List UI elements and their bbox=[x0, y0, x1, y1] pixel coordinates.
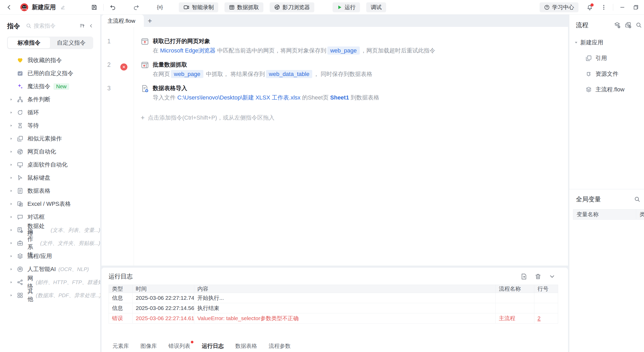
tree-item[interactable]: 主流程.flow bbox=[585, 86, 644, 93]
parameter-link[interactable]: C:\Users\lenovo\Desktop\新建 XLSX 工作表.xlsx bbox=[177, 94, 300, 101]
sidebar-item[interactable]: 已用的自定义指令 bbox=[0, 67, 100, 80]
sidebar-category[interactable]: 数据处理(文本、列表、变量...) bbox=[0, 224, 100, 237]
sidebar-category[interactable]: 网络(邮件、HTTP、FTP、群通知...) bbox=[0, 276, 100, 289]
collapse-sidebar-icon[interactable] bbox=[87, 21, 96, 30]
bottom-tab[interactable]: 错误列表 bbox=[168, 342, 190, 350]
redo-icon[interactable] bbox=[132, 3, 141, 12]
flow-canvas[interactable]: 1获取已打开的网页对象在 Microsoft Edge浏览器 中匹配当前选中的网… bbox=[102, 27, 568, 266]
expand-caret-icon[interactable] bbox=[9, 176, 16, 180]
variables-braces-icon[interactable]: {≡} bbox=[155, 3, 164, 12]
sidebar-item[interactable]: 我收藏的指令 bbox=[0, 54, 100, 67]
add-tab-icon[interactable]: + bbox=[144, 15, 156, 27]
rename-pencil-icon[interactable] bbox=[58, 3, 67, 12]
tree-root-app[interactable]: 新建应用 bbox=[574, 39, 644, 46]
table-icon bbox=[229, 4, 235, 10]
expand-caret-icon[interactable] bbox=[9, 98, 16, 101]
back-icon[interactable] bbox=[5, 3, 14, 12]
sidebar-category[interactable]: 流程/应用 bbox=[0, 250, 100, 263]
tab-custom-commands[interactable]: 自定义指令 bbox=[50, 37, 92, 48]
bottom-tab[interactable]: 运行日志 bbox=[202, 342, 224, 350]
expand-caret-icon[interactable] bbox=[9, 267, 16, 271]
parameter-link[interactable]: Sheet1 bbox=[330, 94, 349, 101]
sidebar-category[interactable]: 循环 bbox=[0, 106, 100, 119]
sidebar-category[interactable]: 操作系统(文件、文件夹、剪贴板...) bbox=[0, 237, 100, 250]
smart-record-button[interactable]: 智能录制 bbox=[179, 2, 218, 12]
resource-icon bbox=[585, 70, 592, 78]
add-step-hint[interactable]: + 点击添加指令(Ctrl+Shift+P)，或从左侧指令区拖入 bbox=[141, 114, 568, 122]
expand-caret-icon[interactable] bbox=[9, 137, 16, 140]
expand-caret-icon[interactable] bbox=[9, 294, 16, 297]
error-line-link[interactable]: 2 bbox=[537, 315, 541, 321]
sidebar-category[interactable]: 桌面软件自动化 bbox=[0, 158, 100, 171]
sidebar-item-label: 我收藏的指令 bbox=[27, 56, 62, 64]
expand-caret-icon[interactable] bbox=[9, 241, 16, 245]
expand-caret-icon[interactable] bbox=[9, 228, 16, 232]
more-menu-icon[interactable] bbox=[599, 3, 608, 12]
command-search-input[interactable] bbox=[34, 23, 70, 29]
sidebar-category[interactable]: 对话框 bbox=[0, 210, 100, 224]
minimize-icon[interactable] bbox=[618, 3, 627, 12]
expand-caret-icon[interactable] bbox=[9, 111, 16, 114]
run-button[interactable]: 运行 bbox=[333, 2, 360, 12]
collapse-panel-chevron-icon[interactable] bbox=[549, 273, 556, 280]
sidebar-category[interactable]: 人工智能AI(OCR、NLP) bbox=[0, 263, 100, 276]
data-scrape-button[interactable]: 数据抓取 bbox=[224, 2, 263, 12]
sidebar-category[interactable]: 数据表格 bbox=[0, 184, 100, 197]
learn-center-button[interactable]: 学习中心 bbox=[540, 2, 578, 12]
tree-item[interactable]: 引用 bbox=[585, 54, 644, 62]
data-processing-icon bbox=[16, 226, 24, 234]
tab-main-flow[interactable]: 主流程.flow bbox=[102, 15, 144, 27]
sidebar-category[interactable]: 鼠标键盘 bbox=[0, 171, 100, 184]
commands-sidebar: 指令 标准指令 自定义指令 我收藏的指令已用的自定义指令魔法指令New条件判断循… bbox=[0, 15, 101, 352]
maximize-icon[interactable] bbox=[631, 3, 640, 12]
variable-chip[interactable]: web_page bbox=[327, 46, 360, 55]
camera-icon bbox=[183, 4, 190, 10]
expand-caret-icon[interactable] bbox=[9, 280, 16, 284]
expand-caret-icon[interactable] bbox=[9, 202, 16, 206]
sidebar-category[interactable]: Excel / WPS表格 bbox=[0, 197, 100, 210]
flow-step[interactable]: 3数据表格导入导入文件 C:\Users\lenovo\Desktop\新建 X… bbox=[102, 84, 568, 102]
expand-caret-icon[interactable] bbox=[9, 215, 16, 219]
log-row[interactable]: 错误2025-03-06 22:27:14.612ValueError: tab… bbox=[109, 313, 558, 324]
bottom-tab[interactable]: 流程参数 bbox=[269, 342, 291, 350]
log-cell-flow: 主流程 bbox=[496, 313, 534, 324]
tree-item[interactable]: 资源文件 bbox=[585, 70, 644, 78]
debug-button[interactable]: 调试 bbox=[366, 2, 386, 12]
clear-log-trash-icon[interactable] bbox=[535, 273, 541, 280]
new-group-icon[interactable] bbox=[625, 22, 631, 28]
sidebar-category[interactable]: 相似元素操作 bbox=[0, 132, 100, 145]
tab-standard-commands[interactable]: 标准指令 bbox=[8, 37, 50, 48]
undo-icon[interactable] bbox=[108, 3, 117, 12]
expand-caret-icon[interactable] bbox=[9, 189, 16, 193]
variables-search-icon[interactable] bbox=[634, 196, 640, 202]
log-row[interactable]: 信息2025-03-06 22:27:14.564执行结束 bbox=[109, 303, 558, 313]
sidebar-category[interactable]: 等待 bbox=[0, 119, 100, 132]
expand-caret-icon[interactable] bbox=[9, 124, 16, 127]
sort-icon[interactable] bbox=[78, 21, 87, 30]
yingdao-browser-button[interactable]: 影刀浏览器 bbox=[270, 2, 314, 12]
flow-step[interactable]: 1获取已打开的网页对象在 Microsoft Edge浏览器 中匹配当前选中的网… bbox=[102, 37, 568, 55]
expand-caret-icon[interactable] bbox=[9, 254, 16, 258]
sidebar-item[interactable]: 魔法指令New bbox=[0, 80, 100, 93]
run-log-title: 运行日志 bbox=[109, 272, 133, 280]
sidebar-category-label: 鼠标键盘 bbox=[27, 174, 50, 182]
log-row[interactable]: 信息2025-03-06 22:27:12.749开始执行... bbox=[109, 293, 558, 303]
bottom-tab[interactable]: 图像库 bbox=[140, 342, 157, 350]
export-log-icon[interactable] bbox=[521, 273, 527, 280]
bottom-tab[interactable]: 数据表格 bbox=[235, 342, 257, 350]
expand-caret-icon[interactable] bbox=[9, 163, 16, 167]
parameter-link[interactable]: Microsoft Edge浏览器 bbox=[160, 47, 216, 54]
save-icon[interactable] bbox=[90, 3, 99, 12]
variable-chip[interactable]: web_data_table bbox=[266, 70, 312, 78]
sidebar-category[interactable]: 其他(数据库、PDF、异常处理...) bbox=[0, 289, 100, 302]
flow-search-icon[interactable] bbox=[636, 22, 642, 28]
new-flow-icon[interactable] bbox=[614, 22, 621, 28]
add-step-hint-label: 点击添加指令(Ctrl+Shift+P)，或从左侧指令区拖入 bbox=[148, 114, 274, 122]
variable-chip[interactable]: web_page bbox=[171, 70, 203, 78]
sidebar-category[interactable]: 条件判断 bbox=[0, 93, 100, 106]
notifications-bell-icon[interactable] bbox=[585, 3, 594, 12]
bottom-tab[interactable]: 元素库 bbox=[113, 342, 129, 350]
sidebar-category[interactable]: 网页自动化 bbox=[0, 145, 100, 158]
flow-step[interactable]: 2批量数据抓取在网页web_page 中抓取， 将结果保存到web_data_t… bbox=[102, 61, 568, 79]
expand-caret-icon[interactable] bbox=[9, 150, 16, 154]
